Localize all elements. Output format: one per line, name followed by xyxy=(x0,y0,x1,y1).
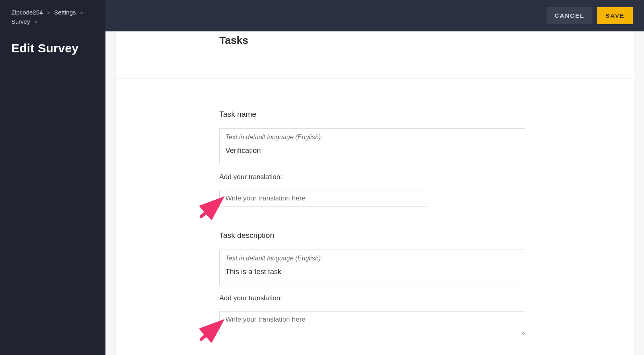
save-button[interactable]: SAVE xyxy=(597,7,633,24)
task-name-default-box: Text in default language (English): Veri… xyxy=(219,128,525,164)
breadcrumb-item-zipcode254[interactable]: Zipcode254 xyxy=(11,9,43,16)
task-name-default-language-label: Text in default language (English): xyxy=(225,134,519,141)
task-name-section: Task name Text in default language (Engl… xyxy=(219,110,634,207)
task-name-translation-input[interactable] xyxy=(219,190,427,207)
breadcrumb-item-survey[interactable]: Survey xyxy=(11,18,30,25)
breadcrumb: Zipcode254 > Settings > Survey > xyxy=(11,8,94,26)
panel-body: Task name Text in default language (Engl… xyxy=(116,78,634,337)
topbar: CANCEL SAVE xyxy=(105,0,644,31)
sidebar: Zipcode254 > Settings > Survey > Edit Su… xyxy=(0,0,105,355)
task-name-label: Task name xyxy=(219,110,634,119)
tasks-panel: Tasks Task name Text in default language… xyxy=(115,31,634,355)
chevron-right-icon: > xyxy=(47,10,50,16)
task-name-translation-label: Add your translation: xyxy=(219,173,634,181)
breadcrumb-item-settings[interactable]: Settings xyxy=(54,9,76,16)
cancel-button[interactable]: CANCEL xyxy=(547,7,593,24)
chevron-right-icon: > xyxy=(34,19,37,25)
tasks-heading: Tasks xyxy=(219,34,634,47)
task-description-section: Task description Text in default languag… xyxy=(219,231,634,337)
task-description-translation-input[interactable] xyxy=(219,311,525,335)
task-description-default-language-label: Text in default language (English): xyxy=(225,255,519,262)
chevron-right-icon: > xyxy=(80,10,83,16)
task-description-translation-label: Add your translation: xyxy=(219,294,634,302)
main-content: Tasks Task name Text in default language… xyxy=(105,31,644,355)
task-description-default-box: Text in default language (English): This… xyxy=(219,250,525,285)
panel-header: Tasks xyxy=(116,31,634,78)
task-name-default-value: Verification xyxy=(225,147,519,155)
task-description-default-value: This is a test task xyxy=(225,268,519,276)
task-description-label: Task description xyxy=(219,231,634,240)
page-title: Edit Survey xyxy=(11,41,94,55)
